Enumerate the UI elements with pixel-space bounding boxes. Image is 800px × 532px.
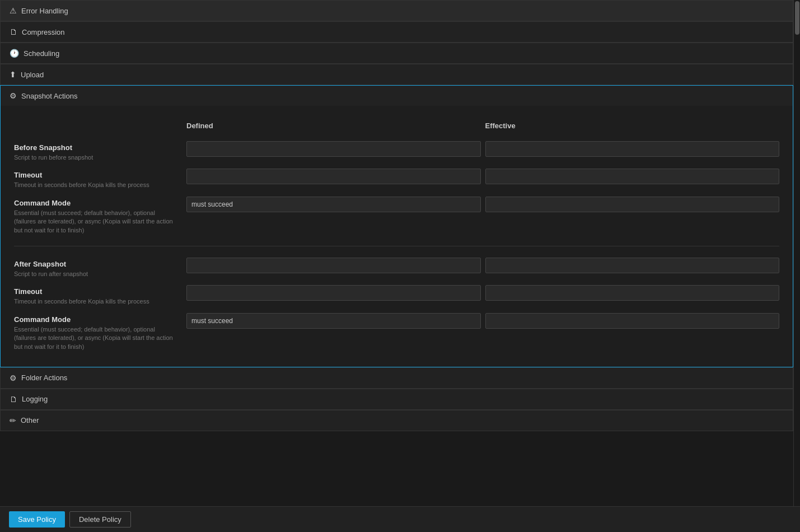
section-divider xyxy=(14,246,779,246)
upload-icon: ⬆ xyxy=(10,70,16,79)
before-snapshot-effective-input[interactable] xyxy=(485,141,780,157)
col-defined-header: Defined xyxy=(186,117,481,137)
scheduling-icon: 🕐 xyxy=(10,49,19,58)
section-logging[interactable]: 🗋 Logging xyxy=(0,389,793,410)
after-command-mode-effective-input[interactable] xyxy=(485,313,780,329)
before-snapshot-defined-cell xyxy=(186,139,481,157)
before-timeout-row: Timeout Timeout in seconds before Kopia … xyxy=(14,166,779,189)
section-compression-label: Compression xyxy=(22,28,65,36)
after-timeout-effective-input[interactable] xyxy=(485,285,780,301)
after-timeout-desc: Timeout in seconds before Kopia kills th… xyxy=(14,297,176,306)
before-command-mode-defined-input[interactable] xyxy=(186,197,481,212)
before-command-mode-effective-cell xyxy=(485,194,780,212)
before-command-mode-desc: Essential (must succeed; default behavio… xyxy=(14,209,176,235)
before-snapshot-label: Before Snapshot xyxy=(14,139,176,152)
bottom-bar: Save Policy Delete Policy xyxy=(0,506,800,532)
col-effective-header: Effective xyxy=(485,117,780,137)
section-other-label: Other xyxy=(21,416,39,424)
section-error-handling[interactable]: ⚠ Error Handling xyxy=(0,0,793,21)
before-snapshot-desc: Script to run before snapshot xyxy=(14,153,176,162)
other-icon: ✏ xyxy=(10,416,16,425)
section-folder-actions[interactable]: ⚙ Folder Actions xyxy=(0,367,793,389)
after-snapshot-defined-cell xyxy=(186,255,481,273)
section-upload-label: Upload xyxy=(21,71,44,79)
after-snapshot-effective-input[interactable] xyxy=(485,258,780,273)
section-error-handling-label: Error Handling xyxy=(21,7,68,15)
delete-policy-button[interactable]: Delete Policy xyxy=(69,511,131,528)
folder-actions-icon: ⚙ xyxy=(10,374,17,382)
section-folder-actions-label: Folder Actions xyxy=(21,374,67,382)
after-command-mode-effective-cell xyxy=(485,311,780,329)
section-snapshot-actions[interactable]: ⚙ Snapshot Actions xyxy=(0,85,793,106)
before-command-mode-effective-input[interactable] xyxy=(485,197,780,212)
before-snapshot-defined-input[interactable] xyxy=(186,141,481,157)
after-command-mode-desc: Essential (must succeed; default behavio… xyxy=(14,325,176,351)
scrollbar-thumb xyxy=(795,1,799,35)
save-policy-button[interactable]: Save Policy xyxy=(9,511,65,528)
section-logging-label: Logging xyxy=(22,395,48,403)
before-timeout-defined-input[interactable] xyxy=(186,169,481,184)
after-command-mode-label-block: Command Mode Essential (must succeed; de… xyxy=(14,311,182,351)
snapshot-actions-icon: ⚙ xyxy=(10,91,17,100)
after-snapshot-effective-cell xyxy=(485,255,780,273)
scrollbar[interactable] xyxy=(793,0,800,532)
error-handling-icon: ⚠ xyxy=(10,6,17,15)
section-upload[interactable]: ⬆ Upload xyxy=(0,64,793,85)
snapshot-actions-content: Defined Effective Before Snapshot Script… xyxy=(0,106,793,367)
before-timeout-label-block: Timeout Timeout in seconds before Kopia … xyxy=(14,166,182,189)
compression-icon: 🗋 xyxy=(10,27,17,36)
before-timeout-label: Timeout xyxy=(14,166,176,179)
logging-icon: 🗋 xyxy=(10,395,17,404)
after-command-mode-label: Command Mode xyxy=(14,311,176,324)
before-command-mode-label: Command Mode xyxy=(14,194,176,207)
after-command-mode-defined-cell xyxy=(186,311,481,329)
section-scheduling-label: Scheduling xyxy=(24,49,59,58)
after-timeout-effective-cell xyxy=(485,283,780,301)
after-timeout-label: Timeout xyxy=(14,283,176,296)
section-snapshot-actions-label: Snapshot Actions xyxy=(21,92,77,100)
after-snapshot-desc: Script to run after snapshot xyxy=(14,270,176,278)
before-command-mode-label-block: Command Mode Essential (must succeed; de… xyxy=(14,194,182,235)
after-timeout-label-block: Timeout Timeout in seconds before Kopia … xyxy=(14,283,182,306)
after-snapshot-label-block: After Snapshot Script to run after snaps… xyxy=(14,255,182,278)
after-command-mode-row: Command Mode Essential (must succeed; de… xyxy=(14,311,779,351)
before-command-mode-defined-cell xyxy=(186,194,481,212)
after-snapshot-defined-input[interactable] xyxy=(186,258,481,273)
after-timeout-defined-cell xyxy=(186,283,481,301)
after-timeout-defined-input[interactable] xyxy=(186,285,481,301)
before-snapshot-row: Before Snapshot Script to run before sna… xyxy=(14,139,779,162)
before-timeout-desc: Timeout in seconds before Kopia kills th… xyxy=(14,181,176,189)
after-snapshot-label: After Snapshot xyxy=(14,255,176,268)
section-compression[interactable]: 🗋 Compression xyxy=(0,21,793,43)
before-command-mode-row: Command Mode Essential (must succeed; de… xyxy=(14,194,779,235)
before-snapshot-effective-cell xyxy=(485,139,780,157)
before-timeout-effective-cell xyxy=(485,166,780,184)
section-other[interactable]: ✏ Other xyxy=(0,410,793,431)
before-snapshot-label-block: Before Snapshot Script to run before sna… xyxy=(14,139,182,162)
after-timeout-row: Timeout Timeout in seconds before Kopia … xyxy=(14,283,779,306)
before-timeout-effective-input[interactable] xyxy=(485,169,780,184)
section-scheduling[interactable]: 🕐 Scheduling xyxy=(0,43,793,64)
after-snapshot-row: After Snapshot Script to run after snaps… xyxy=(14,255,779,278)
after-command-mode-defined-input[interactable] xyxy=(186,313,481,329)
before-timeout-defined-cell xyxy=(186,166,481,184)
